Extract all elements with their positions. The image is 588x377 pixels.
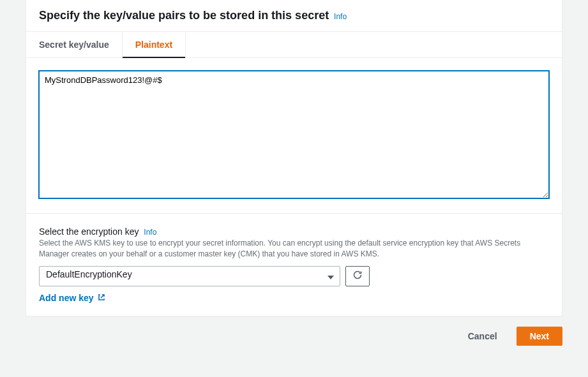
panel-info-link[interactable]: Info [334, 12, 347, 21]
encryption-label: Select the encryption key [39, 226, 139, 237]
panel-header: Specify the key/value pairs to be stored… [26, 0, 562, 31]
encryption-help-text: Select the AWS KMS key to use to encrypt… [39, 238, 549, 260]
panel-body [26, 58, 562, 213]
add-new-key-link[interactable]: Add new key [39, 293, 105, 303]
encryption-info-link[interactable]: Info [144, 228, 156, 237]
external-link-icon [98, 293, 105, 303]
encryption-key-select[interactable]: DefaultEncryptionKey [39, 266, 340, 286]
wizard-actions: Cancel Next [26, 316, 562, 356]
cancel-button[interactable]: Cancel [455, 327, 510, 346]
tabs-bar: Secret key/value Plaintext [26, 31, 562, 58]
add-new-key-label: Add new key [39, 293, 94, 303]
tab-secret-keyvalue[interactable]: Secret key/value [26, 32, 123, 57]
encryption-section: Select the encryption key Info Select th… [26, 213, 562, 316]
tab-plaintext[interactable]: Plaintext [123, 32, 186, 57]
secret-config-panel: Specify the key/value pairs to be stored… [26, 0, 562, 316]
panel-title: Specify the key/value pairs to be stored… [39, 9, 329, 22]
plaintext-textarea[interactable] [39, 71, 549, 198]
refresh-keys-button[interactable] [345, 266, 370, 286]
next-button[interactable]: Next [516, 327, 562, 346]
refresh-icon [352, 270, 363, 282]
